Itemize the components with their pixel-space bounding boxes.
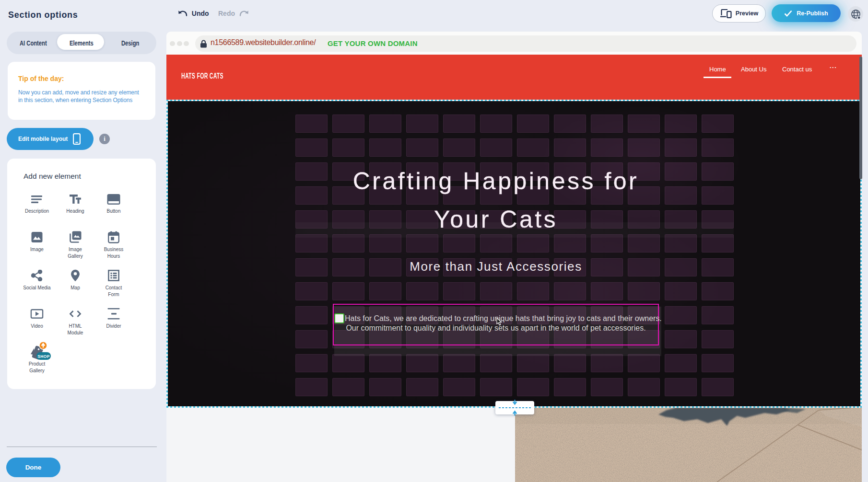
svg-text:SHOP: SHOP [37, 354, 49, 359]
